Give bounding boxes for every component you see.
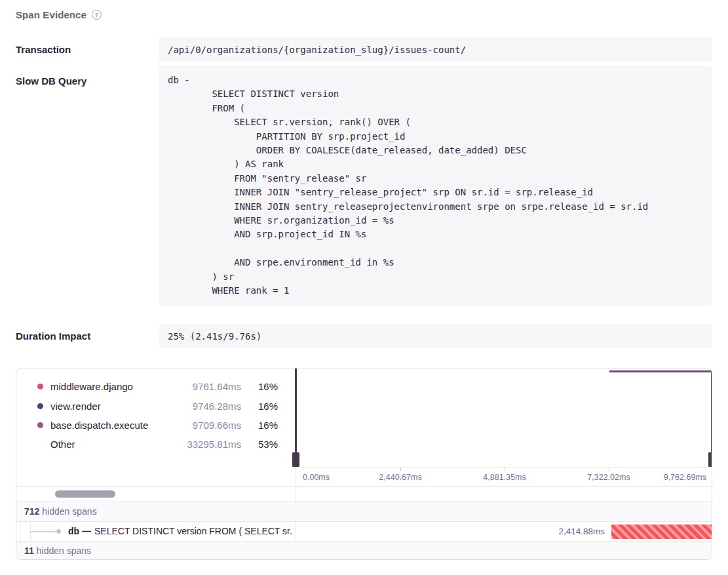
help-icon[interactable]: ?: [92, 10, 102, 20]
span-duration-bar[interactable]: [611, 525, 712, 539]
span-description-cell: db —SELECT DISTINCT version FROM ( SELEC…: [16, 522, 296, 541]
time-axis: 0.00ms 2,440.67ms 4,881.35ms 7,322.02ms …: [296, 467, 712, 486]
duration-impact-row: Duration Impact 25% (2.41s/9.76s): [16, 324, 712, 348]
section-title: Span Evidence: [16, 9, 86, 20]
column-divider: [296, 486, 296, 502]
legend-dot-icon: [37, 403, 43, 409]
handle-grip[interactable]: [708, 452, 712, 467]
axis-tick: [609, 467, 609, 471]
axis-tick: [400, 467, 401, 471]
minimap-left-drag-handle[interactable]: [292, 368, 299, 467]
minimap-span-bar: [609, 370, 712, 372]
duration-impact-label: Duration Impact: [16, 330, 159, 342]
span-minimap: [296, 368, 712, 467]
axis-label: 0.00ms: [303, 473, 330, 482]
hidden-spans-label: hidden spans: [37, 545, 91, 556]
slow-db-query-label: Slow DB Query: [16, 66, 159, 306]
legend-row: middleware.django 9761.64ms 16%: [37, 377, 278, 396]
legend-row: Other 33295.81ms 53%: [37, 435, 278, 454]
axis-label: 2,440.67ms: [379, 473, 421, 482]
hidden-spans-row-bottom[interactable]: 11hidden spans: [16, 541, 712, 560]
db-span-row[interactable]: db —SELECT DISTINCT version FROM ( SELEC…: [16, 521, 712, 541]
legend-row: view.render 9746.28ms 16%: [37, 396, 278, 415]
hidden-spans-row-top[interactable]: 712hidden spans: [16, 502, 712, 521]
span-description: db —SELECT DISTINCT version FROM ( SELEC…: [68, 522, 292, 541]
handle-grip[interactable]: [292, 452, 299, 467]
duration-impact-value: 25% (2.41s/9.76s): [159, 324, 712, 348]
tree-depth-guide: [20, 522, 20, 541]
slow-db-query-row: Slow DB Query db - SELECT DISTINCT versi…: [16, 66, 712, 306]
axis-tick: [505, 467, 505, 471]
span-duration: 2,414.88ms: [558, 522, 605, 541]
span-op: db —: [68, 526, 91, 536]
slow-db-query-value: db - SELECT DISTINCT version FROM ( SELE…: [168, 73, 703, 298]
span-query-text: SELECT DISTINCT version FROM ( SELECT sr…: [94, 526, 292, 536]
legend-row: base.dispatch.execute 9709.66ms 16%: [37, 416, 278, 435]
axis-label: 4,881.35ms: [483, 473, 526, 482]
hidden-spans-label: hidden spans: [42, 506, 96, 517]
transaction-value: /api/0/organizations/{organization_slug}…: [159, 37, 712, 62]
horizontal-scrollbar-thumb[interactable]: [55, 490, 115, 498]
transaction-label: Transaction: [16, 44, 159, 55]
minimap-right-drag-handle[interactable]: [708, 368, 712, 467]
tree-node-dot-icon: [56, 529, 61, 534]
hidden-spans-count: 11: [24, 545, 34, 556]
span-bar-cell: 2,414.88ms: [296, 522, 712, 541]
hidden-spans-count: 712: [24, 506, 39, 517]
section-header: Span Evidence ?: [16, 9, 102, 20]
axis-label: 9,762.69ms: [664, 473, 706, 482]
legend-dot-icon: [37, 422, 43, 428]
axis-label: 7,322.02ms: [587, 473, 630, 482]
tree-scrollbar-row: [16, 486, 712, 502]
transaction-row: Transaction /api/0/organizations/{organi…: [16, 37, 712, 62]
legend-dot-icon: [37, 441, 43, 447]
span-op-breakdown-legend: middleware.django 9761.64ms 16% view.ren…: [37, 377, 278, 454]
tree-connector-line: [30, 531, 58, 532]
span-tree-panel: middleware.django 9761.64ms 16% view.ren…: [16, 368, 712, 560]
legend-dot-icon: [37, 384, 43, 389]
